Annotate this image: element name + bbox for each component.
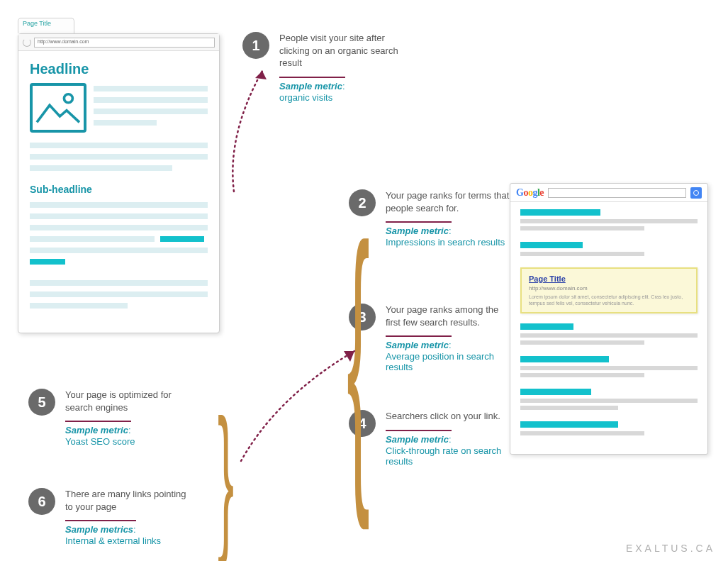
- step-1: 1 People visit your site after clicking …: [242, 32, 407, 103]
- metric-label: Sample metrics:: [65, 520, 136, 535]
- serp-result: [520, 356, 698, 377]
- step-3: 3 Your page ranks among the first few se…: [349, 304, 513, 372]
- step-number-badge: 1: [242, 32, 269, 59]
- google-logo: Google: [516, 187, 544, 199]
- step-description: Searchers click on your link.: [386, 410, 513, 423]
- serp-result: [520, 389, 698, 410]
- search-icon: [690, 187, 702, 199]
- step-description: People visit your site after clicking on…: [279, 32, 407, 70]
- step-6: 6 There are many links pointing to your …: [28, 488, 193, 546]
- step-4: 4 Searchers click on your link. Sample m…: [349, 410, 513, 467]
- metric-label: Sample metric:: [386, 430, 452, 445]
- metric-label: Sample metric:: [386, 221, 452, 236]
- serp-result: [520, 323, 698, 345]
- page-sub-headline: Sub-headline: [30, 184, 208, 195]
- metric-value: Average position in search results: [386, 351, 513, 372]
- reload-icon: [23, 38, 31, 47]
- metric-value: Internal & external links: [65, 535, 193, 546]
- curly-brace-icon: }: [218, 383, 234, 561]
- curly-brace-icon: {: [347, 177, 369, 535]
- metric-value: Impressions in search results: [386, 237, 513, 248]
- highlighted-serp-result: Page Title http://www.domain.com Lorem i…: [520, 267, 698, 313]
- step-2: 2 Your page ranks for terms that people …: [349, 189, 513, 248]
- serp-result: [520, 421, 698, 435]
- browser-frame: http://www.domain.com Headline Sub-headl…: [18, 33, 220, 333]
- serp-result: [520, 242, 698, 256]
- serp-description: Lorem ipsum dolor sit amet, consectetur …: [529, 294, 689, 306]
- footer-brand: EXALTUS.CA: [626, 543, 715, 554]
- metric-label: Sample metric:: [386, 335, 452, 350]
- url-bar: http://www.domain.com: [34, 38, 215, 48]
- serp-url: http://www.domain.com: [529, 285, 689, 291]
- metric-value: organic visits: [279, 92, 407, 103]
- metric-value: Click-through rate on search results: [386, 445, 513, 467]
- page-headline: Headline: [30, 61, 208, 77]
- step-number-badge: 5: [28, 389, 55, 416]
- step-number-badge: 6: [28, 488, 55, 515]
- metric-label: Sample metric:: [279, 77, 345, 91]
- image-placeholder-icon: [30, 83, 86, 133]
- step-description: Your page ranks among the first few sear…: [386, 304, 513, 328]
- metric-value: Yoast SEO score: [65, 436, 193, 447]
- webpage-mockup: Page Title http://www.domain.com Headlin…: [18, 18, 220, 333]
- svg-point-0: [64, 94, 72, 103]
- google-search-input: [548, 188, 686, 198]
- browser-tab: Page Title: [18, 18, 74, 33]
- google-serp-mockup: Google Page Title http://www.domain.com …: [510, 183, 708, 455]
- step-description: Your page is optimized for search engine…: [65, 389, 193, 413]
- metric-label: Sample metric:: [65, 421, 131, 435]
- step-description: There are many links pointing to your pa…: [65, 488, 193, 513]
- serp-result: [520, 209, 698, 230]
- browser-toolbar: http://www.domain.com: [18, 34, 219, 51]
- serp-title: Page Title: [529, 274, 689, 283]
- step-5: 5 Your page is optimized for search engi…: [28, 389, 193, 447]
- step-description: Your page ranks for terms that people se…: [386, 189, 513, 214]
